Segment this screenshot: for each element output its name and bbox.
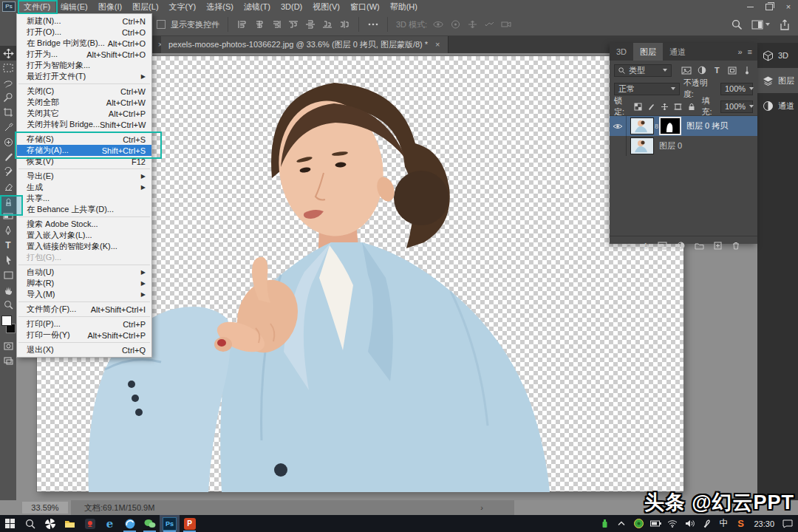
color-swatches[interactable] xyxy=(0,313,16,338)
menu-item-print-one-copy[interactable]: 打印一份(Y)Alt+Shift+Ctrl+P xyxy=(17,330,151,341)
sogou-input-icon[interactable]: S xyxy=(733,515,748,532)
new-group-icon[interactable] xyxy=(693,240,705,251)
align-bottom-icon[interactable] xyxy=(321,19,333,30)
menu-item-save[interactable]: 存储(S)Ctrl+S xyxy=(17,134,151,145)
menu-type[interactable]: 文字(Y) xyxy=(164,0,202,13)
layer-mask-thumbnail[interactable] xyxy=(659,117,681,135)
photoshop-taskbar-button[interactable]: Ps xyxy=(160,515,180,532)
menu-item-close-goto-bridge[interactable]: 关闭并转到 Bridge...Shift+Ctrl+W xyxy=(17,119,151,130)
quick-mask-icon[interactable] xyxy=(0,338,16,353)
menu-item-import[interactable]: 导入(M)▶ xyxy=(17,289,151,300)
brush-tool-icon[interactable] xyxy=(0,149,16,164)
menu-item-browse-bridge[interactable]: 在 Bridge 中浏览(B)...Alt+Ctrl+O xyxy=(17,38,151,49)
lock-pixels-icon[interactable] xyxy=(647,101,656,112)
filter-shape-layers-icon[interactable] xyxy=(726,65,737,76)
file-explorer-button[interactable] xyxy=(60,515,80,532)
menu-filter[interactable]: 滤镜(T) xyxy=(239,0,276,13)
more-options-icon[interactable] xyxy=(367,19,379,30)
zoom-level-field[interactable]: 33.59% xyxy=(22,502,68,514)
document-tab[interactable]: pexels-moose-photos-1036622.jpg @ 33.6% … xyxy=(161,35,449,53)
crop-tool-icon[interactable] xyxy=(0,105,16,120)
layer-filter-dropdown[interactable]: 类型 xyxy=(614,64,672,77)
rectangle-tool-icon[interactable] xyxy=(0,267,16,282)
workspace-switcher[interactable] xyxy=(751,20,770,30)
clock[interactable]: 23:30 xyxy=(754,519,774,528)
green-app-tray-icon[interactable] xyxy=(631,515,646,532)
minimize-button[interactable] xyxy=(740,0,760,13)
new-layer-icon[interactable] xyxy=(712,240,723,251)
menu-item-generate[interactable]: 生成▶ xyxy=(17,182,151,193)
zoom-tool-icon[interactable] xyxy=(0,297,16,312)
show-transform-checkbox[interactable] xyxy=(157,20,166,29)
menu-item-share-behance[interactable]: 在 Behance 上共享(D)... xyxy=(17,204,151,215)
align-right-icon[interactable] xyxy=(270,19,282,30)
lock-position-icon[interactable] xyxy=(660,101,669,112)
fill-field[interactable]: 100% xyxy=(720,100,753,113)
adjustment-layer-icon[interactable] xyxy=(675,240,686,251)
volume-icon[interactable] xyxy=(682,515,697,532)
layer-row-original[interactable]: 图层 0 xyxy=(610,136,757,156)
menu-item-revert[interactable]: 恢复(V)F12 xyxy=(17,156,151,167)
menu-help[interactable]: 帮助(H) xyxy=(385,0,423,13)
input-method-indicator[interactable]: 中 xyxy=(716,515,731,532)
opacity-field[interactable]: 100% xyxy=(720,83,753,95)
eraser-tool-icon[interactable] xyxy=(0,179,16,194)
dock-item-3d[interactable]: 3D xyxy=(757,43,798,68)
filter-adjustment-layers-icon[interactable] xyxy=(696,65,707,76)
mask-link-icon[interactable]: 8 xyxy=(655,123,658,130)
foreground-color-swatch[interactable] xyxy=(1,316,12,326)
hand-tool-icon[interactable] xyxy=(0,282,16,297)
menu-item-place-linked[interactable]: 置入链接的智能对象(K)... xyxy=(17,241,151,252)
filter-type-layers-icon[interactable]: T xyxy=(712,65,723,76)
menu-item-open-as[interactable]: 打开为...Alt+Shift+Ctrl+O xyxy=(17,49,151,60)
menu-item-place-embedded[interactable]: 置入嵌入对象(L)... xyxy=(17,230,151,241)
tab-channels[interactable]: 通道 xyxy=(663,43,692,61)
menu-view[interactable]: 视图(V) xyxy=(307,0,345,13)
move-tool-icon[interactable] xyxy=(0,46,16,61)
lasso-tool-icon[interactable] xyxy=(0,75,16,90)
start-button[interactable] xyxy=(0,515,20,532)
menu-item-exit[interactable]: 退出(X)Ctrl+Q xyxy=(17,344,151,355)
share-icon[interactable] xyxy=(779,19,791,30)
menu-item-automate[interactable]: 自动(U)▶ xyxy=(17,267,151,278)
history-brush-tool-icon[interactable] xyxy=(0,164,16,179)
align-top-icon[interactable] xyxy=(287,19,299,30)
distribute-horizontal-icon[interactable] xyxy=(338,19,350,30)
wifi-icon[interactable] xyxy=(665,515,680,532)
tab-3d[interactable]: 3D xyxy=(610,43,633,61)
status-chevron-icon[interactable]: › xyxy=(480,503,483,512)
menu-item-save-as[interactable]: 存储为(A)...Shift+Ctrl+S xyxy=(17,145,151,156)
panel-menu-icon[interactable]: ≡ xyxy=(748,47,752,56)
menu-item-open-recent[interactable]: 最近打开文件(T)▶ xyxy=(17,71,151,82)
red-app-button[interactable] xyxy=(80,515,100,532)
visibility-toggle[interactable] xyxy=(610,136,627,156)
menu-item-open[interactable]: 打开(O)...Ctrl+O xyxy=(17,27,151,38)
marquee-tool-icon[interactable] xyxy=(0,61,16,75)
screen-mode-icon[interactable] xyxy=(0,353,16,368)
dock-item-layers[interactable]: 图层 xyxy=(757,68,798,93)
menu-image[interactable]: 图像(I) xyxy=(93,0,127,13)
menu-item-close-all[interactable]: 关闭全部Alt+Ctrl+W xyxy=(17,97,151,108)
collapse-panel-icon[interactable]: » xyxy=(737,47,742,56)
dock-item-channels[interactable]: 通道 xyxy=(757,93,798,118)
taskbar-search-button[interactable] xyxy=(20,515,40,532)
filter-pixel-layers-icon[interactable] xyxy=(681,65,692,76)
add-mask-icon[interactable] xyxy=(656,240,668,251)
usb-device-icon[interactable] xyxy=(597,515,612,532)
menu-3d[interactable]: 3D(D) xyxy=(276,0,307,13)
lock-transparent-icon[interactable] xyxy=(633,101,643,112)
path-select-tool-icon[interactable] xyxy=(0,253,16,267)
menu-item-export[interactable]: 导出(E)▶ xyxy=(17,171,151,182)
menu-select[interactable]: 选择(S) xyxy=(201,0,239,13)
restore-button[interactable] xyxy=(760,0,779,13)
filter-smart-objects-icon[interactable] xyxy=(742,65,753,76)
menu-item-search-adobe-stock[interactable]: 搜索 Adobe Stock... xyxy=(17,219,151,230)
layer-style-icon[interactable]: fx xyxy=(644,242,650,250)
align-center-icon[interactable] xyxy=(253,19,265,30)
pen-tool-icon[interactable] xyxy=(0,223,16,238)
menu-file[interactable]: 文件(F) xyxy=(18,0,55,13)
menu-item-file-info[interactable]: 文件简介(F)...Alt+Shift+Ctrl+I xyxy=(17,304,151,315)
menu-layer[interactable]: 图层(L) xyxy=(127,0,163,13)
type-tool-icon[interactable]: T xyxy=(0,238,16,253)
eyedropper-tool-icon[interactable] xyxy=(0,120,16,134)
